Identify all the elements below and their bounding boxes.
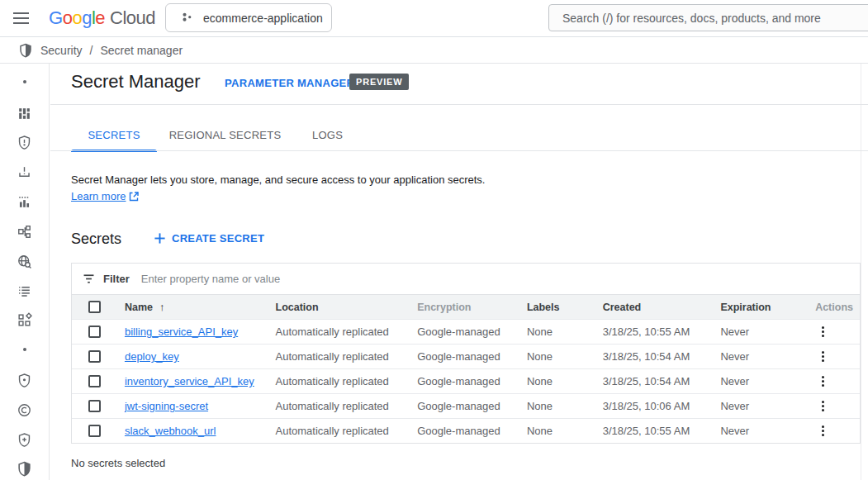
secret-location: Automatically replicated [269,350,411,363]
secret-location: Automatically replicated [269,375,411,387]
column-header-name[interactable]: Name↑ [118,301,269,313]
filter-label: Filter [103,273,130,285]
project-selector[interactable]: ecommerce-application [165,3,332,32]
secret-expiration: Never [714,425,809,437]
secret-expiration: Never [714,400,809,412]
tab-bar: SECRETS REGIONAL SECRETS LOGS [71,118,362,151]
secret-expiration: Never [714,375,809,387]
secret-encryption: Google-managed [410,350,520,363]
tab-regional-secrets[interactable]: REGIONAL SECRETS [157,118,293,151]
breadcrumb-security-link[interactable]: Security [40,44,83,57]
logo-letter: o [63,7,73,29]
table-header-row: Name↑ Location Encryption Labels Created… [72,294,860,319]
column-header-expiration[interactable]: Expiration [714,302,809,313]
findings-tray-icon[interactable] [0,157,49,187]
create-secret-label: CREATE SECRET [172,232,264,245]
secret-labels: None [520,425,596,437]
row-checkbox[interactable] [88,425,101,437]
top-app-bar: Google Cloud ecommerce-application [0,0,868,37]
secret-labels: None [520,400,596,412]
threat-shield-alert-icon[interactable] [0,127,49,157]
create-secret-button[interactable]: CREATE SECRET [154,232,264,245]
security-shield-icon [18,43,33,58]
secret-name-link[interactable]: billing_service_API_key [125,326,238,338]
column-header-actions: Actions [809,302,860,313]
title-divider [50,104,868,105]
google-cloud-logo: Google Cloud [49,7,155,30]
row-checkbox[interactable] [88,350,101,363]
table-row: billing_service_API_key Automatically re… [72,319,860,344]
table-body: billing_service_API_key Automatically re… [72,319,860,443]
secret-name-link[interactable]: slack_webhook_url [125,425,216,437]
table-row: inventory_service_API_key Automatically … [72,368,860,393]
row-actions-kebab-icon[interactable] [817,323,829,340]
web-scanner-globe-icon[interactable] [0,246,49,276]
column-header-created[interactable]: Created [596,302,714,313]
row-actions-kebab-icon[interactable] [817,422,829,440]
selection-status-text: No secrets selected [71,457,165,469]
menu-hamburger-icon[interactable] [12,9,31,27]
logo-letter: o [72,7,82,29]
secret-labels: None [520,350,596,363]
filter-icon [82,272,96,286]
row-checkbox[interactable] [88,326,101,338]
table-filter-bar: Filter [72,264,860,294]
select-all-checkbox[interactable] [88,301,101,313]
logo-letter: e [95,7,105,29]
table-row: jwt-signing-secret Automatically replica… [72,393,860,418]
secret-location: Automatically replicated [269,400,411,412]
overflow-dot-top-icon [0,70,49,93]
table-row: deploy_key Automatically replicated Goog… [72,344,860,368]
security-overview-icon[interactable] [0,98,49,128]
secret-encryption: Google-managed [410,425,520,437]
audit-list-icon[interactable] [0,276,49,306]
secret-manager-shield-icon[interactable] [0,454,49,480]
secret-location: Automatically replicated [269,425,411,437]
secret-labels: None [520,326,596,338]
secret-labels: None [520,375,596,387]
row-actions-kebab-icon[interactable] [817,397,829,415]
table-row: slack_webhook_url Automatically replicat… [72,418,860,443]
search-input[interactable] [548,4,868,31]
secret-encryption: Google-managed [410,400,520,412]
shield-plus-icon[interactable] [0,425,49,454]
logo-letter: g [82,7,92,29]
row-checkbox[interactable] [88,375,101,387]
secret-expiration: Never [714,350,809,363]
secret-name-link[interactable]: inventory_service_API_key [125,375,254,387]
row-actions-kebab-icon[interactable] [817,373,829,390]
secret-manager-screen: Google Cloud ecommerce-application Secur… [0,0,868,480]
learn-more-link[interactable]: Learn more [71,190,139,202]
row-actions-kebab-icon[interactable] [817,348,829,365]
breadcrumb-current-page: Secret manager [100,44,183,57]
plus-icon [154,232,166,245]
compliance-copyright-icon[interactable] [0,395,49,425]
row-checkbox[interactable] [88,400,101,412]
tab-logs[interactable]: LOGS [293,118,362,151]
secret-created: 3/18/25, 10:06 AM [596,400,714,412]
security-nav-rail [0,64,50,480]
parameter-manager-link[interactable]: PARAMETER MANAGER [225,77,354,89]
tab-secrets[interactable]: SECRETS [71,118,157,151]
breadcrumb: Security / Secret manager [0,37,868,64]
secret-encryption: Google-managed [410,326,520,338]
secret-created: 3/18/25, 10:55 AM [596,326,714,338]
breadcrumb-separator: / [90,44,93,57]
workloads-shapes-icon[interactable] [0,305,49,335]
logo-letter: G [49,7,63,29]
asset-topology-icon[interactable] [0,216,49,246]
shield-dot-icon[interactable] [0,365,49,395]
preview-badge: PREVIEW [349,74,409,90]
posture-bar-chart-icon[interactable] [0,187,49,216]
content-right-edge [861,64,861,480]
secret-location: Automatically replicated [269,326,411,338]
column-header-labels[interactable]: Labels [520,302,596,313]
secret-expiration: Never [714,326,809,338]
overflow-dot-bottom-icon [0,338,49,361]
secret-created: 3/18/25, 10:54 AM [596,375,714,387]
secret-name-link[interactable]: deploy_key [125,350,179,363]
column-header-location[interactable]: Location [269,302,411,313]
filter-input[interactable] [141,273,860,285]
secret-encryption: Google-managed [410,375,520,387]
secret-name-link[interactable]: jwt-signing-secret [125,400,208,412]
